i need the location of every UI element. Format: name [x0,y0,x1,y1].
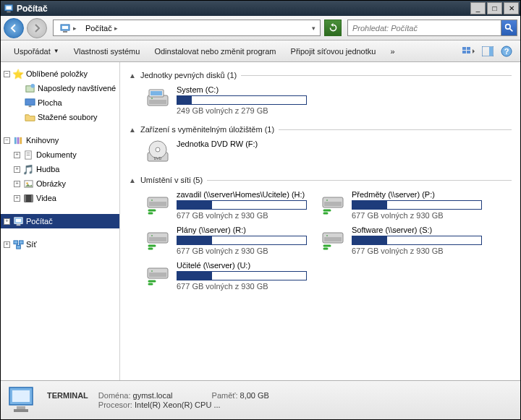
system-properties-button[interactable]: Vlastnosti systému [67,44,148,59]
back-button[interactable] [4,18,24,38]
tree-videos[interactable]: + Videa [1,191,119,205]
drive-free-text: 249 GB volných z 279 GB [177,106,311,115]
drive-usage-bar [352,236,482,245]
drive-icon [145,85,171,111]
drive-icon [145,261,171,287]
svg-text:?: ? [504,47,509,56]
svg-rect-19 [28,106,31,107]
expand-icon[interactable]: + [4,218,10,225]
map-drive-button[interactable]: Připojit síťovou jednotku [284,44,384,59]
expand-icon[interactable]: + [14,166,20,173]
forward-button[interactable] [27,18,47,38]
svg-rect-33 [16,224,20,226]
drive-name: System (C:) [177,85,311,94]
svg-line-7 [509,28,512,31]
drive-free-text: 677 GB volných z 930 GB [352,211,486,220]
tree-downloads[interactable]: Stažené soubory [1,110,119,124]
chevron-down-icon: ▲ [129,126,136,134]
breadcrumb-root[interactable]: ▸ [55,22,81,34]
drive-name: Předměty (\\server) (P:) [352,190,486,199]
collapse-icon[interactable]: − [4,137,10,144]
chevron-down-icon[interactable]: ▾ [312,25,318,32]
section-hdd[interactable]: ▲ Jednotky pevných disků (1) [129,71,512,80]
uninstall-button[interactable]: Odinstalovat nebo změnit program [147,44,283,59]
computer-large-icon [7,385,38,416]
svg-point-62 [151,270,153,272]
svg-rect-5 [63,31,67,33]
libraries-icon [12,134,24,146]
window-title: Počítač [17,4,470,14]
section-network[interactable]: ▲ Umístění v síti (5) [129,176,512,184]
expand-icon[interactable]: + [14,152,20,158]
svg-rect-66 [14,409,28,412]
svg-rect-52 [324,202,342,206]
tree-pictures[interactable]: + Obrázky [1,176,119,191]
tree-favorites[interactable]: − ⭐ Oblíbené položky [1,67,119,81]
svg-rect-34 [13,240,17,244]
drive-item[interactable]: DVDJednotka DVD RW (F:) [145,140,311,166]
drive-icon: DVD [145,140,171,166]
svg-rect-32 [15,218,21,222]
tree-desktop[interactable]: Plocha [1,95,119,110]
documents-icon [22,149,34,160]
titlebar: Počítač _ □ ✕ [1,1,520,16]
drive-usage-bar [352,200,482,210]
status-computer-name: TERMINAL [47,391,88,400]
star-icon: ⭐ [12,68,24,80]
svg-point-6 [506,25,511,30]
search-box[interactable] [347,20,517,36]
drive-item[interactable]: Předměty (\\server) (P:)677 GB volných z… [320,190,486,220]
svg-rect-40 [149,100,166,104]
svg-rect-58 [324,237,342,241]
svg-point-41 [151,98,153,99]
search-input[interactable] [348,24,501,33]
svg-point-59 [326,235,328,236]
drive-item[interactable]: zavadil (\\server\Homes\Ucitele) (H:)677… [145,190,311,220]
nav-tree: − ⭐ Oblíbené položky Naposledy navštíven… [1,62,120,380]
svg-rect-1 [7,6,12,9]
computer-icon [12,215,24,227]
toolbar: Uspořádat ▼ Vlastnosti systému Odinstalo… [1,40,520,62]
tree-recent[interactable]: Naposledy navštívené [1,81,119,95]
drive-free-text: 677 GB volných z 930 GB [352,247,486,255]
tree-music[interactable]: + 🎵 Hudba [1,162,119,176]
view-options-button[interactable] [461,43,477,59]
tree-libraries[interactable]: − Knihovny [1,133,119,147]
organize-button[interactable]: Uspořádat ▼ [7,44,67,59]
svg-rect-21 [17,137,19,143]
tree-network[interactable]: + Síť [1,237,119,252]
tree-documents[interactable]: + Dokumenty [1,147,119,162]
preview-pane-button[interactable] [480,43,496,59]
content-pane: ▲ Jednotky pevných disků (1) System (C:)… [120,62,520,380]
close-button[interactable]: ✕ [504,2,519,14]
network-icon [12,239,24,250]
status-bar: TERMINAL Doména: gymst.local Paměť: 8,00… [1,380,520,419]
svg-rect-9 [467,47,470,50]
svg-rect-30 [31,194,33,201]
minimize-button[interactable]: _ [470,2,486,14]
toolbar-overflow[interactable]: » [383,44,402,59]
svg-rect-13 [489,47,493,56]
expand-icon[interactable]: + [4,241,10,248]
help-button[interactable]: ? [499,43,514,59]
svg-rect-36 [16,245,20,249]
section-removable[interactable]: ▲ Zařízení s vyměnitelným úložištěm (1) [129,125,512,134]
maximize-button[interactable]: □ [487,2,502,14]
svg-rect-64 [12,390,30,402]
search-button[interactable] [501,20,517,35]
drive-name: Učitelé (\\server) (U:) [177,261,311,270]
drive-item[interactable]: Software (\\server) (S:)677 GB volných z… [320,226,486,255]
svg-rect-11 [467,51,470,53]
svg-text:DVD: DVD [154,156,162,160]
tree-computer[interactable]: + Počítač [1,214,119,228]
drive-item[interactable]: Učitelé (\\server) (U:)677 GB volných z … [145,261,311,291]
chevron-right-icon: ▸ [73,25,77,32]
expand-icon[interactable]: + [14,181,20,187]
collapse-icon[interactable]: − [4,71,10,77]
drive-item[interactable]: System (C:)249 GB volných z 279 GB [145,85,311,115]
address-bar[interactable]: ▸ Počítač ▸ ▾ [53,20,321,36]
drive-item[interactable]: Plány (\\server) (R:)677 GB volných z 93… [145,226,311,255]
refresh-button[interactable] [324,20,342,36]
breadcrumb-computer[interactable]: Počítač ▸ [81,24,122,33]
expand-icon[interactable]: + [14,195,20,202]
